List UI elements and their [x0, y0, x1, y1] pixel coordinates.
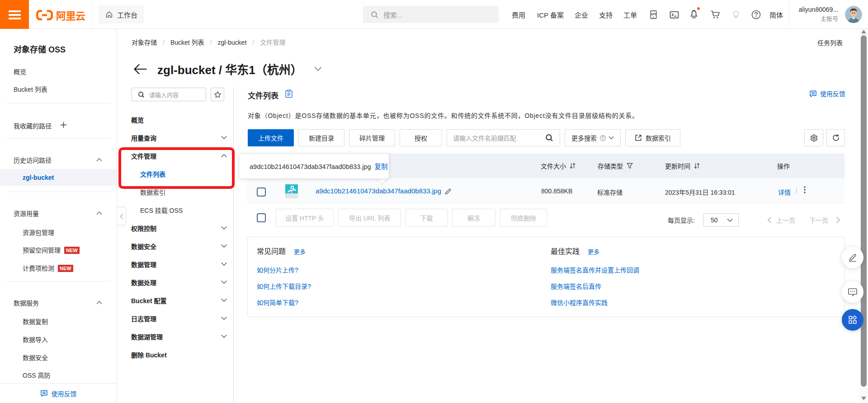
svg-text:APP: APP — [650, 12, 657, 16]
